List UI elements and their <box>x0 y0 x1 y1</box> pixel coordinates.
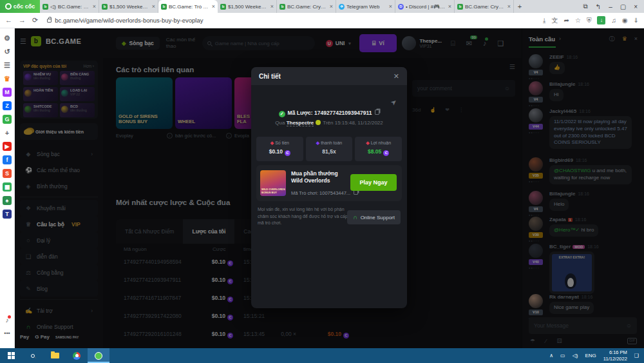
online-support-button[interactable]: ∩ Online Support <box>347 210 401 224</box>
stat-icon: ◆ <box>366 141 369 145</box>
notification-bell-icon[interactable]: ♫ <box>611 17 616 24</box>
add-shortcut-icon[interactable]: + <box>3 128 12 137</box>
tab-close-icon[interactable]: × <box>93 3 96 10</box>
browser-tab[interactable]: ✈Telegram Web× <box>336 0 395 13</box>
tray-chevron-icon[interactable]: ∧ <box>549 353 553 358</box>
network-icon[interactable]: ▭ <box>560 353 565 358</box>
browser-tab[interactable]: b$1,500 Weekend Ev...× <box>218 0 277 13</box>
zalo-icon[interactable]: Z <box>3 101 12 110</box>
browser-tab[interactable]: bBC.Game: Crypto Ca...× <box>277 0 336 13</box>
adblock-shield-icon[interactable]: ⛨ <box>587 17 592 25</box>
browser-tab[interactable]: bBC.Game: Crypto Ca...× <box>455 0 514 13</box>
new-tab-button[interactable]: + <box>514 0 526 13</box>
stat-icon: ◆ <box>316 141 319 145</box>
telegram-favicon: ✈ <box>339 4 345 10</box>
language-indicator[interactable]: ENG <box>585 353 596 358</box>
chrome-icon[interactable] <box>66 348 88 363</box>
minimize-button[interactable]: – <box>609 3 612 10</box>
stat-box: ◆thanh toán81,5x <box>306 137 353 161</box>
game-thumbnail[interactable]: WILD OVERLORDS BONUS BUY <box>260 170 286 196</box>
tab-title: • Discord | #🎮gam... <box>406 4 446 10</box>
tab-close-icon[interactable]: × <box>330 3 333 10</box>
stat-label: ◆Số tiền <box>256 141 303 146</box>
padlock-icon[interactable] <box>47 19 52 23</box>
reload-button[interactable]: ⟳ <box>32 16 38 25</box>
tab-close-icon[interactable]: × <box>389 3 392 10</box>
bet-user-link[interactable]: Thespectre <box>287 120 314 126</box>
share-icon[interactable]: ➤ <box>389 97 399 108</box>
tab-title: BC.Game: Crypto Ca... <box>287 4 328 10</box>
start-button[interactable] <box>0 348 22 363</box>
url-text[interactable]: bc.game/vi/game/wild-overlords-bonus-buy… <box>55 17 203 24</box>
stat-box: ◆Lợi nhuận$8.05C <box>355 137 402 161</box>
settings-icon[interactable]: ⚙ <box>3 34 12 43</box>
side-panel-icon[interactable]: ⧉ <box>583 3 588 10</box>
messenger-icon[interactable]: M <box>3 88 12 97</box>
app-green-icon[interactable]: ▦ <box>3 182 12 191</box>
game-id: Mã Trò chơi: 1007543447... <box>291 190 358 196</box>
bcgame-favicon: b <box>161 4 167 10</box>
stat-value: $0.10C <box>256 148 303 156</box>
restore-icon[interactable]: ↰ <box>596 3 601 10</box>
browser-tab[interactable]: b◁)BC.Game: Crypto× <box>40 0 99 13</box>
screen: cốc cốc b◁)BC.Game: Crypto×b$1,500 Weeke… <box>0 0 644 363</box>
tab-title: $1,500 Weekend Ev... <box>109 4 150 10</box>
share-icon[interactable]: ➦ <box>564 17 569 24</box>
history-icon[interactable]: ↺ <box>3 47 12 56</box>
bookmark-star-icon[interactable]: ☆ <box>575 17 581 24</box>
coin-icon: C <box>383 150 389 156</box>
reading-list-icon[interactable]: ☰ <box>3 61 12 70</box>
maximize-button[interactable]: ▢ <box>620 3 626 10</box>
shopee-icon[interactable]: S <box>3 169 12 178</box>
facebook-icon[interactable]: f <box>3 155 12 164</box>
downloads-tray-icon[interactable]: ⇓ <box>634 17 639 24</box>
action-center-icon[interactable]: ❑ <box>634 353 639 358</box>
file-explorer-icon[interactable] <box>44 348 66 363</box>
browser-tab[interactable]: b$1,500 Weekend Ev...× <box>99 0 158 13</box>
profile-icon[interactable]: ◉ <box>622 17 628 24</box>
tab-audio-icon[interactable]: ◁) <box>50 4 56 10</box>
coccoc-ring-icon <box>5 3 12 10</box>
idm-download-icon[interactable]: ↓ <box>597 16 605 25</box>
headset-icon: ∩ <box>353 214 357 221</box>
support-note: Mọi vấn đề, xin vui lòng liên hệ với bộ … <box>258 206 348 227</box>
tab-close-icon[interactable]: × <box>507 3 511 10</box>
back-button[interactable]: ← <box>5 16 12 25</box>
windows-taskbar: ∧ ▭ ◁) ENG 6:16 PM11/12/2022 ❑ <box>0 348 644 363</box>
youtube-icon[interactable]: ▶ <box>3 142 12 151</box>
tab-close-icon[interactable]: × <box>152 3 155 10</box>
tv-app-icon[interactable]: T <box>3 210 12 219</box>
stat-value: $8.05C <box>355 148 402 156</box>
modal-title: Chi tiết <box>259 73 281 80</box>
play-now-button[interactable]: Play Ngay <box>350 174 397 191</box>
coccoc-logo[interactable]: cốc cốc <box>0 0 40 13</box>
taskbar-clock[interactable]: 6:16 PM11/12/2022 <box>603 349 627 362</box>
game-row: WILD OVERLORDS BONUS BUY Mua phần thưởng… <box>256 165 402 201</box>
coccoc-side-rail: ⚙↺☰♛MZG+▶fS▦♠T♪ ••• <box>0 28 15 348</box>
browser-tab[interactable]: bBC.Game: Trò chơi s...× <box>158 0 218 13</box>
tab-close-icon[interactable]: × <box>448 3 451 10</box>
user-badge-icon <box>316 120 321 125</box>
tab-title: BC.Game: Crypto Ca... <box>465 4 506 10</box>
forward-button[interactable]: → <box>19 16 26 25</box>
rail-bell-icon[interactable]: ♪ <box>6 317 9 324</box>
coccoc-taskbar-icon[interactable] <box>88 348 109 363</box>
modal-close-icon[interactable]: ✕ <box>393 72 399 81</box>
translate-icon[interactable]: 文 <box>552 16 558 25</box>
download-page-icon[interactable]: ⤓ <box>543 17 545 25</box>
tab-close-icon[interactable]: × <box>270 3 274 10</box>
copy-icon[interactable] <box>375 110 379 115</box>
rail-more-icon[interactable]: ••• <box>4 330 10 337</box>
bcgame-favicon: b <box>43 4 48 10</box>
taskbar-search-icon[interactable] <box>22 348 44 363</box>
tab-close-icon[interactable]: × <box>212 3 215 10</box>
education-icon[interactable]: ♠ <box>3 196 12 205</box>
bet-by-row: Qua ThespectreTrên 15:15:48, 11/12/2022 <box>251 120 407 126</box>
rewards-crown-icon[interactable]: ♛ <box>3 74 12 83</box>
close-button[interactable]: × <box>634 3 638 10</box>
tab-title: BC.Game: Crypto <box>58 4 91 10</box>
stat-label: ◆thanh toán <box>306 141 353 146</box>
games-icon[interactable]: G <box>3 115 12 124</box>
browser-tab[interactable]: D• Discord | #🎮gam...× <box>395 0 455 13</box>
volume-icon[interactable]: ◁) <box>573 353 578 358</box>
